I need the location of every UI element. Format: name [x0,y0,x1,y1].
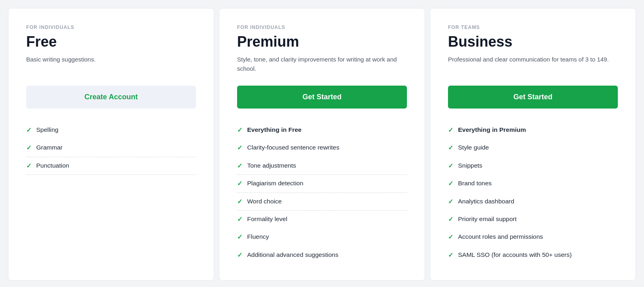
feature-text: Everything in Premium [458,125,526,134]
cta-button[interactable]: Get Started [237,86,407,109]
feature-text: SAML SSO (for accounts with 50+ users) [458,250,572,259]
feature-text: Word choice [247,197,282,206]
feature-item: ✓Plagiarism detection [237,175,407,193]
feature-item: ✓Punctuation [26,157,196,175]
feature-item: ✓SAML SSO (for accounts with 50+ users) [448,246,618,264]
tier-label: FOR INDIVIDUALS [237,25,407,30]
checkmark-icon: ✓ [237,144,242,152]
checkmark-icon: ✓ [237,162,242,170]
feature-item: ✓Account roles and permissions [448,228,618,246]
features-list: ✓Everything in Premium✓Style guide✓Snipp… [448,121,618,264]
checkmark-icon: ✓ [237,126,242,135]
feature-text: Account roles and permissions [458,232,543,241]
pricing-card-0: FOR INDIVIDUALSFreeBasic writing suggest… [8,8,214,281]
feature-item: ✓Additional advanced suggestions [237,246,407,264]
feature-item: ✓Brand tones [448,175,618,193]
feature-item: ✓Everything in Premium [448,121,618,139]
feature-item: ✓Style guide [448,139,618,157]
feature-text: Fluency [247,232,269,241]
feature-text: Tone adjustments [247,161,296,170]
feature-item: ✓Fluency [237,228,407,246]
plan-description: Basic writing suggestions. [26,55,196,74]
feature-item: ✓Grammar [26,139,196,157]
plan-name: Premium [237,33,407,50]
feature-item: ✓Formality level [237,211,407,228]
feature-text: Brand tones [458,179,492,188]
checkmark-icon: ✓ [237,233,242,242]
feature-item: ✓Clarity-focused sentence rewrites [237,139,407,157]
cta-button[interactable]: Get Started [448,86,618,109]
checkmark-icon: ✓ [448,179,453,188]
feature-item: ✓Snippets [448,157,618,175]
feature-text: Spelling [36,125,58,134]
features-list: ✓Spelling✓Grammar✓Punctuation [26,121,196,175]
checkmark-icon: ✓ [237,197,242,206]
checkmark-icon: ✓ [448,162,453,170]
tier-label: FOR TEAMS [448,25,618,30]
plan-name: Business [448,33,618,50]
checkmark-icon: ✓ [448,126,453,135]
checkmark-icon: ✓ [237,251,242,260]
plan-description: Style, tone, and clarity improvements fo… [237,55,407,74]
feature-text: Clarity-focused sentence rewrites [247,143,339,152]
feature-text: Punctuation [36,161,69,170]
cta-button[interactable]: Create Account [26,86,196,109]
checkmark-icon: ✓ [448,233,453,242]
feature-text: Formality level [247,215,287,223]
feature-text: Additional advanced suggestions [247,250,339,259]
feature-text: Grammar [36,143,62,152]
pricing-container: FOR INDIVIDUALSFreeBasic writing suggest… [8,8,636,281]
checkmark-icon: ✓ [448,215,453,224]
feature-item: ✓Analytics dashboard [448,193,618,211]
tier-label: FOR INDIVIDUALS [26,25,196,30]
checkmark-icon: ✓ [237,179,242,188]
checkmark-icon: ✓ [26,126,31,135]
plan-name: Free [26,33,196,50]
plan-description: Professional and clear communication for… [448,55,618,74]
feature-text: Everything in Free [247,125,301,134]
feature-text: Priority email support [458,215,517,223]
feature-text: Analytics dashboard [458,197,514,206]
feature-item: ✓Word choice [237,193,407,211]
checkmark-icon: ✓ [26,162,31,170]
feature-item: ✓Tone adjustments [237,157,407,175]
feature-item: ✓Priority email support [448,211,618,228]
feature-text: Style guide [458,143,489,152]
feature-text: Snippets [458,161,482,170]
checkmark-icon: ✓ [237,215,242,224]
feature-item: ✓Everything in Free [237,121,407,139]
checkmark-icon: ✓ [448,144,453,152]
checkmark-icon: ✓ [26,144,31,152]
checkmark-icon: ✓ [448,251,453,260]
pricing-card-2: FOR TEAMSBusinessProfessional and clear … [430,8,636,281]
pricing-card-1: FOR INDIVIDUALSPremiumStyle, tone, and c… [219,8,425,281]
features-list: ✓Everything in Free✓Clarity-focused sent… [237,121,407,264]
feature-text: Plagiarism detection [247,179,303,188]
checkmark-icon: ✓ [448,197,453,206]
feature-item: ✓Spelling [26,121,196,139]
